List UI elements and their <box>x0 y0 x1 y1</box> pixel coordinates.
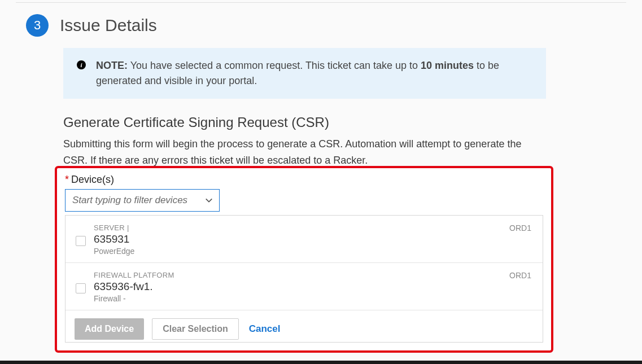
device-filter-combobox[interactable] <box>65 189 220 212</box>
devices-label: *Device(s) <box>65 174 543 186</box>
device-info: FIREWALL PLATFORM 635936-fw1. Firewall - <box>94 271 532 303</box>
cancel-button[interactable]: Cancel <box>247 323 283 335</box>
step-number-badge: 3 <box>26 14 49 37</box>
chevron-down-icon[interactable] <box>204 196 213 205</box>
device-info: SERVER | 635931 PowerEdge <box>94 223 532 256</box>
device-id: 635936-fw1. <box>94 280 532 293</box>
note-label: NOTE: <box>96 60 128 71</box>
device-model: Firewall - <box>94 294 532 303</box>
note-bold: 10 minutes <box>421 60 474 71</box>
device-actions: Add Device Clear Selection Cancel <box>65 310 543 342</box>
section-header: 3 Issue Details <box>0 3 642 37</box>
add-device-button[interactable]: Add Device <box>75 318 144 340</box>
device-checkbox[interactable] <box>76 236 86 246</box>
device-location: ORD1 <box>509 223 531 233</box>
device-type: FIREWALL PLATFORM <box>94 271 532 279</box>
content-area: i NOTE: You have selected a common reque… <box>63 48 546 169</box>
device-list: SERVER | 635931 PowerEdge ORD1 FIREWALL … <box>65 215 543 343</box>
device-row[interactable]: SERVER | 635931 PowerEdge ORD1 <box>65 216 543 263</box>
device-type: SERVER | <box>94 223 532 232</box>
required-indicator: * <box>65 174 69 185</box>
devices-panel: *Device(s) SERVER | 635931 PowerEdge ORD… <box>55 166 553 353</box>
section-title: Issue Details <box>60 16 157 35</box>
note-text: NOTE: You have selected a common request… <box>96 58 532 89</box>
subsection-title: Generate Certificate Signing Request (CS… <box>63 115 546 130</box>
device-row[interactable]: FIREWALL PLATFORM 635936-fw1. Firewall -… <box>65 263 543 310</box>
device-location: ORD1 <box>509 271 531 280</box>
note-pre: You have selected a common request. This… <box>128 60 421 71</box>
subsection-description: Submitting this form will begin the proc… <box>63 136 546 169</box>
device-id: 635931 <box>94 233 532 245</box>
devices-label-text: Device(s) <box>71 174 114 185</box>
device-filter-input[interactable] <box>72 195 204 206</box>
note-callout: i NOTE: You have selected a common reque… <box>63 48 546 99</box>
bottom-shadow <box>0 361 642 364</box>
device-checkbox[interactable] <box>76 283 86 293</box>
info-icon: i <box>77 60 86 69</box>
device-model: PowerEdge <box>94 247 532 256</box>
clear-selection-button[interactable]: Clear Selection <box>152 318 239 340</box>
